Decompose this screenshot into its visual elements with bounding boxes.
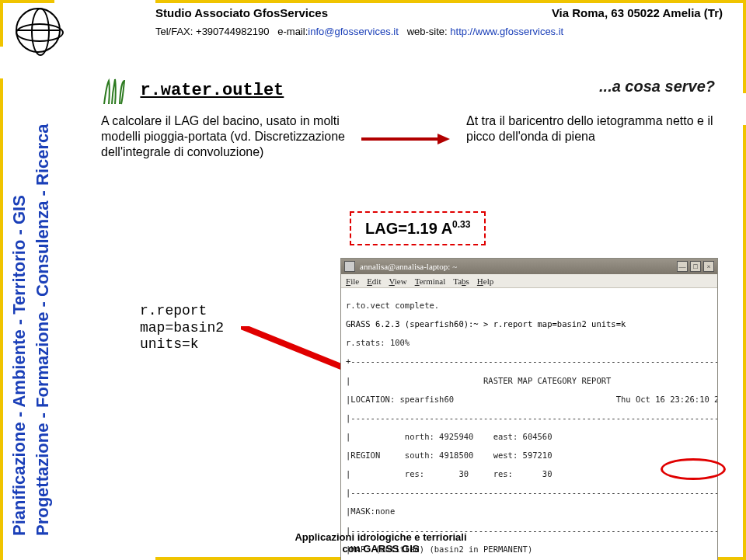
slide-header: Studio Associato GfosServices Via Roma, … [155,6,723,37]
subtitle-serve: ...a cosa serve? [599,78,715,96]
terminal-app-icon [344,261,355,272]
rreport-code: r.report map=basin2 units=k [140,303,224,353]
email-label: e-mail: [277,26,308,37]
term-line: +---------------------------------------… [346,357,713,366]
term-line: GRASS 6.2.3 (spearfish60):~ > r.report m… [346,319,713,329]
terminal-title: annalisa@annalisa-laptop: ~ [360,262,457,271]
close-button[interactable]: × [703,261,714,272]
term-line: |---------------------------------------… [346,413,713,423]
menu-terminal[interactable]: Terminal [415,277,446,286]
term-line: r.stats: 100% [346,338,713,347]
minimize-button[interactable]: — [677,261,688,272]
terminal-window: annalisa@annalisa-laptop: ~ — □ × File E… [340,258,718,560]
rreport-line: r.report [140,303,224,320]
web-label: web-site: [407,26,448,37]
rreport-line: units=k [140,336,224,353]
term-line: |MASK:none | [346,506,713,516]
company-address: Via Roma, 63 05022 Amelia (Tr) [552,6,723,19]
maximize-button[interactable]: □ [690,261,701,272]
decor-bar [155,0,746,3]
terminal-body: r.to.vect complete. GRASS 6.2.3 (spearfi… [341,288,717,560]
side-text-line2: Progettazione - Formazione - Consulenza … [33,101,52,536]
company-name: Studio Associato GfosServices [155,6,328,19]
terminal-menubar: File Edit View Terminal Tabs Help [341,274,717,288]
term-line: | north: 4925940 east: 604560 | [346,432,713,441]
telfax-label: Tel/FAX: [155,26,193,37]
decor-bar [0,0,3,47]
content-area: r.water.outlet ...a cosa serve? A calcol… [101,78,715,513]
term-line: |---------------------------------------… [346,488,713,497]
term-line: |LOCATION: spearfish60 Thu Oct 16 23:26:… [346,395,713,404]
grass-logo-icon [101,78,129,106]
lag-formula-text: LAG=1.19 A [365,220,452,237]
term-line: | RASTER MAP CATEGORY REPORT | [346,376,713,385]
slide-footer: Applicazioni idrologiche e terrioriali c… [233,532,528,555]
rreport-line: map=basin2 [140,320,224,337]
decor-bar [0,0,54,3]
menu-view[interactable]: View [389,277,406,286]
term-line: | res: 30 res: 30 | [346,469,713,478]
description-right: Δt tra il baricentro dello ietogramma ne… [466,113,715,144]
decor-bar [0,78,3,560]
telfax-value: +390744982190 [196,26,269,37]
decor-bar [743,125,746,560]
decor-bar [743,0,746,93]
arrow-icon [361,134,455,144]
menu-help[interactable]: Help [477,277,493,286]
terminal-titlebar: annalisa@annalisa-laptop: ~ — □ × [341,259,717,274]
footer-line1: Applicazioni idrologiche e terrioriali [233,532,528,544]
lag-formula-box: LAG=1.19 A0.33 [350,211,486,245]
globe-logo-icon [16,8,61,53]
menu-file[interactable]: File [346,277,359,286]
slide-root: Studio Associato GfosServices Via Roma, … [0,0,746,560]
term-line: r.to.vect complete. [346,301,713,310]
side-text-line1: Pianificazione - Ambiente - Territorio -… [9,101,29,536]
command-title: r.water.outlet [140,81,284,100]
lag-formula-exponent: 0.33 [452,219,470,230]
footer-line2: con GARSS GIS [233,544,528,555]
menu-edit[interactable]: Edit [367,277,381,286]
description-left: A calcolare il LAG del bacino, usato in … [101,113,350,160]
term-line: |REGION south: 4918500 west: 597210 | [346,450,713,460]
menu-tabs[interactable]: Tabs [453,277,469,286]
web-value: http://www.gfosservices.it [450,26,563,37]
email-value: info@gfosservices.it [308,26,399,37]
